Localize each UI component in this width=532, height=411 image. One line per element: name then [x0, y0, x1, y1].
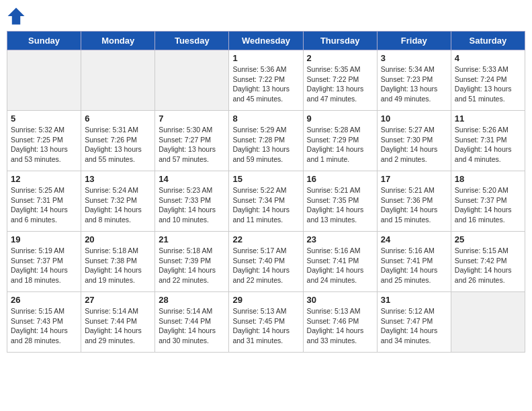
day-number: 1	[232, 53, 299, 63]
day-number: 20	[85, 234, 151, 244]
calendar-day: 17Sunrise: 5:21 AMSunset: 7:36 PMDayligh…	[377, 171, 451, 232]
calendar-day: 14Sunrise: 5:23 AMSunset: 7:33 PMDayligh…	[155, 171, 229, 232]
day-info: Sunrise: 5:30 AMSunset: 7:27 PMDaylight:…	[159, 125, 225, 165]
calendar-day: 31Sunrise: 5:12 AMSunset: 7:47 PMDayligh…	[377, 292, 451, 353]
day-info: Sunrise: 5:15 AMSunset: 7:42 PMDaylight:…	[455, 246, 521, 285]
calendar-day: 23Sunrise: 5:16 AMSunset: 7:41 PMDayligh…	[303, 232, 377, 292]
calendar-day: 21Sunrise: 5:18 AMSunset: 7:39 PMDayligh…	[155, 232, 229, 292]
calendar-day: 20Sunrise: 5:18 AMSunset: 7:38 PMDayligh…	[81, 232, 155, 292]
weekday-header-wednesday: Wednesday	[229, 32, 303, 50]
day-info: Sunrise: 5:32 AMSunset: 7:25 PMDaylight:…	[11, 125, 77, 165]
weekday-header-monday: Monday	[81, 32, 155, 50]
calendar-day: 7Sunrise: 5:30 AMSunset: 7:27 PMDaylight…	[155, 111, 229, 171]
calendar-day: 6Sunrise: 5:31 AMSunset: 7:26 PMDaylight…	[81, 111, 155, 171]
day-info: Sunrise: 5:33 AMSunset: 7:24 PMDaylight:…	[455, 64, 521, 104]
day-info: Sunrise: 5:34 AMSunset: 7:23 PMDaylight:…	[381, 64, 447, 104]
day-number: 26	[11, 295, 77, 305]
day-number: 18	[455, 174, 521, 184]
day-info: Sunrise: 5:36 AMSunset: 7:22 PMDaylight:…	[232, 64, 299, 104]
day-number: 9	[307, 113, 373, 124]
calendar-day	[7, 50, 81, 111]
weekday-header-thursday: Thursday	[303, 32, 377, 50]
day-info: Sunrise: 5:14 AMSunset: 7:44 PMDaylight:…	[159, 306, 225, 346]
calendar-day: 10Sunrise: 5:27 AMSunset: 7:30 PMDayligh…	[377, 111, 451, 171]
day-info: Sunrise: 5:13 AMSunset: 7:46 PMDaylight:…	[307, 306, 373, 346]
calendar-week-row: 5Sunrise: 5:32 AMSunset: 7:25 PMDaylight…	[7, 111, 525, 171]
day-number: 17	[381, 174, 447, 184]
calendar-day: 15Sunrise: 5:22 AMSunset: 7:34 PMDayligh…	[229, 171, 303, 232]
calendar-day	[451, 292, 525, 353]
calendar-day: 24Sunrise: 5:16 AMSunset: 7:41 PMDayligh…	[377, 232, 451, 292]
weekday-header-tuesday: Tuesday	[155, 32, 229, 50]
calendar-day: 1Sunrise: 5:36 AMSunset: 7:22 PMDaylight…	[229, 50, 303, 111]
day-number: 5	[11, 113, 77, 124]
calendar-day: 2Sunrise: 5:35 AMSunset: 7:22 PMDaylight…	[303, 50, 377, 111]
day-info: Sunrise: 5:28 AMSunset: 7:29 PMDaylight:…	[307, 125, 373, 165]
day-info: Sunrise: 5:20 AMSunset: 7:37 PMDaylight:…	[455, 185, 521, 225]
day-number: 6	[85, 113, 151, 124]
day-number: 8	[232, 113, 299, 124]
day-number: 12	[11, 174, 77, 184]
day-info: Sunrise: 5:22 AMSunset: 7:34 PMDaylight:…	[232, 185, 299, 225]
calendar-week-row: 12Sunrise: 5:25 AMSunset: 7:31 PMDayligh…	[7, 171, 525, 232]
day-info: Sunrise: 5:15 AMSunset: 7:43 PMDaylight:…	[11, 306, 77, 346]
calendar-week-row: 1Sunrise: 5:36 AMSunset: 7:22 PMDaylight…	[7, 50, 525, 111]
logo	[7, 7, 28, 26]
calendar-day: 12Sunrise: 5:25 AMSunset: 7:31 PMDayligh…	[7, 171, 81, 232]
day-number: 30	[307, 295, 373, 305]
day-number: 22	[232, 234, 299, 244]
day-info: Sunrise: 5:18 AMSunset: 7:38 PMDaylight:…	[85, 246, 151, 285]
day-number: 21	[159, 234, 225, 244]
calendar-table: SundayMondayTuesdayWednesdayThursdayFrid…	[7, 31, 525, 353]
day-info: Sunrise: 5:12 AMSunset: 7:47 PMDaylight:…	[381, 306, 447, 346]
day-info: Sunrise: 5:27 AMSunset: 7:30 PMDaylight:…	[381, 125, 447, 165]
day-info: Sunrise: 5:26 AMSunset: 7:31 PMDaylight:…	[455, 125, 521, 165]
day-number: 16	[307, 174, 373, 184]
calendar-day: 11Sunrise: 5:26 AMSunset: 7:31 PMDayligh…	[451, 111, 525, 171]
calendar-day: 25Sunrise: 5:15 AMSunset: 7:42 PMDayligh…	[451, 232, 525, 292]
calendar-day: 13Sunrise: 5:24 AMSunset: 7:32 PMDayligh…	[81, 171, 155, 232]
day-info: Sunrise: 5:29 AMSunset: 7:28 PMDaylight:…	[232, 125, 299, 165]
day-info: Sunrise: 5:21 AMSunset: 7:35 PMDaylight:…	[307, 185, 373, 225]
day-info: Sunrise: 5:25 AMSunset: 7:31 PMDaylight:…	[11, 185, 77, 225]
weekday-header-friday: Friday	[377, 32, 451, 50]
calendar-day: 27Sunrise: 5:14 AMSunset: 7:44 PMDayligh…	[81, 292, 155, 353]
calendar-day: 8Sunrise: 5:29 AMSunset: 7:28 PMDaylight…	[229, 111, 303, 171]
weekday-header-row: SundayMondayTuesdayWednesdayThursdayFrid…	[7, 32, 525, 50]
day-number: 28	[159, 295, 225, 305]
day-info: Sunrise: 5:16 AMSunset: 7:41 PMDaylight:…	[381, 246, 447, 285]
day-number: 24	[381, 234, 447, 244]
day-info: Sunrise: 5:14 AMSunset: 7:44 PMDaylight:…	[85, 306, 151, 346]
day-info: Sunrise: 5:23 AMSunset: 7:33 PMDaylight:…	[159, 185, 225, 225]
calendar-day: 4Sunrise: 5:33 AMSunset: 7:24 PMDaylight…	[451, 50, 525, 111]
day-number: 4	[455, 53, 521, 63]
day-number: 25	[455, 234, 521, 244]
day-number: 29	[232, 295, 299, 305]
calendar-day: 16Sunrise: 5:21 AMSunset: 7:35 PMDayligh…	[303, 171, 377, 232]
day-number: 31	[381, 295, 447, 305]
logo-icon	[7, 7, 26, 26]
day-info: Sunrise: 5:18 AMSunset: 7:39 PMDaylight:…	[159, 246, 225, 285]
day-info: Sunrise: 5:21 AMSunset: 7:36 PMDaylight:…	[381, 185, 447, 225]
day-info: Sunrise: 5:35 AMSunset: 7:22 PMDaylight:…	[307, 64, 373, 104]
calendar-day	[155, 50, 229, 111]
calendar-day: 29Sunrise: 5:13 AMSunset: 7:45 PMDayligh…	[229, 292, 303, 353]
day-info: Sunrise: 5:17 AMSunset: 7:40 PMDaylight:…	[232, 246, 299, 285]
calendar-day: 18Sunrise: 5:20 AMSunset: 7:37 PMDayligh…	[451, 171, 525, 232]
calendar-day	[81, 50, 155, 111]
calendar-day: 3Sunrise: 5:34 AMSunset: 7:23 PMDaylight…	[377, 50, 451, 111]
calendar-week-row: 26Sunrise: 5:15 AMSunset: 7:43 PMDayligh…	[7, 292, 525, 353]
weekday-header-sunday: Sunday	[7, 32, 81, 50]
day-number: 15	[232, 174, 299, 184]
calendar-day: 26Sunrise: 5:15 AMSunset: 7:43 PMDayligh…	[7, 292, 81, 353]
day-number: 27	[85, 295, 151, 305]
day-info: Sunrise: 5:16 AMSunset: 7:41 PMDaylight:…	[307, 246, 373, 285]
day-info: Sunrise: 5:19 AMSunset: 7:37 PMDaylight:…	[11, 246, 77, 285]
day-number: 13	[85, 174, 151, 184]
calendar-day: 22Sunrise: 5:17 AMSunset: 7:40 PMDayligh…	[229, 232, 303, 292]
day-number: 2	[307, 53, 373, 63]
calendar-day: 19Sunrise: 5:19 AMSunset: 7:37 PMDayligh…	[7, 232, 81, 292]
svg-marker-0	[8, 8, 25, 25]
calendar-day: 28Sunrise: 5:14 AMSunset: 7:44 PMDayligh…	[155, 292, 229, 353]
calendar-week-row: 19Sunrise: 5:19 AMSunset: 7:37 PMDayligh…	[7, 232, 525, 292]
